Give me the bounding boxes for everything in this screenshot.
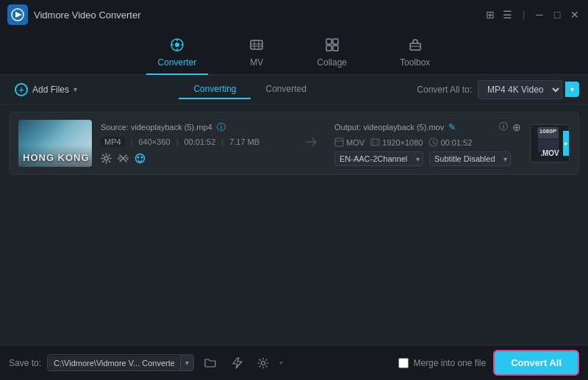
source-line: Source: videoplayback (5).mp4 ⓘ [101,121,287,134]
nav-tab-converter[interactable]: Converter [146,32,209,75]
grid-icon[interactable]: ⊞ [484,9,496,21]
output-format-value: MOV [346,138,365,147]
thumbnail-text: HONG KONG [23,152,90,163]
output-info-icon[interactable]: ⓘ [499,121,508,133]
app-title: Vidmore Video Converter [34,10,484,21]
format-badge[interactable]: 1080P .mov ▸ [530,124,570,162]
tab-converted[interactable]: Converted [251,80,320,99]
svg-rect-16 [326,46,331,51]
add-icon: + [15,83,28,96]
format-select[interactable]: MP4 4K Video [478,80,562,99]
svg-rect-15 [333,39,338,44]
subtitle-select[interactable]: Subtitle Disabled [429,151,511,166]
convert-all-to-label: Convert All to: [417,85,472,95]
nav-tab-mv-label: MV [250,57,263,68]
nav-tab-toolbox[interactable]: Toolbox [388,32,442,75]
meta-line: MP4 | 640×360 | 00:01:52 | 7.17 MB [101,137,287,147]
bottom-right: Merge into one file Convert All [398,350,579,376]
output-resolution-value: 1920×1080 [382,138,423,147]
format-badge-chevron: ▸ [563,131,570,156]
add-files-label: Add Files [32,85,69,95]
svg-line-35 [434,143,436,144]
add-files-dropdown-arrow: ▾ [74,85,77,93]
output-plus-icon[interactable]: ⊕ [512,121,521,133]
folder-icon-button[interactable] [200,354,220,372]
arrow-section [296,133,326,154]
svg-point-23 [118,157,121,159]
file-item: HONG KONG Source: videoplayback (5).mp4 … [9,112,579,175]
format-badge-resolution-label: 1080P [537,127,559,135]
settings-icon-button[interactable] [253,354,273,372]
toolbar: + Add Files ▾ Converting Converted Conve… [0,75,588,104]
nav-tab-converter-label: Converter [158,57,197,68]
file-info: Source: videoplayback (5).mp4 ⓘ MP4 | 64… [101,121,287,166]
effect-icon[interactable] [135,153,146,166]
output-duration-value: 00:01:52 [440,138,472,147]
format-dropdown-button[interactable]: ▾ [565,82,579,97]
main-content: HONG KONG Source: videoplayback (5).mp4 … [0,104,588,345]
thumbnail: HONG KONG [18,120,92,167]
svg-rect-28 [335,138,343,146]
output-edit-icon[interactable]: ✎ [448,122,456,132]
bottom-bar: Save to: ▾ ▾ Merge into one file Convert… [0,345,588,380]
add-files-button[interactable]: + Add Files ▾ [9,80,83,99]
nav-bar: Converter MV Collage [0,29,588,75]
file-size: 7.17 MB [229,137,259,146]
output-meta-line: MOV 1920×1080 00:01:52 [334,137,521,147]
nav-tab-collage-label: Collage [317,57,347,68]
svg-rect-30 [371,139,379,146]
title-bar: Vidmore Video Converter ⊞ ☰ | ─ □ ✕ [0,0,588,29]
output-label: Output: videoplayback (5).mov [334,123,444,132]
output-duration-item: 00:01:52 [429,137,472,147]
maximize-button[interactable]: □ [551,9,563,21]
svg-rect-14 [326,39,331,44]
mv-icon [249,37,264,54]
output-line: Output: videoplayback (5).mov ✎ ⓘ ⊕ [334,121,521,133]
lightning-icon-button[interactable] [226,354,247,372]
format-select-wrapper: MP4 4K Video ▾ [478,80,579,99]
svg-point-39 [262,361,265,365]
save-path-input[interactable] [48,356,180,370]
output-section: Output: videoplayback (5).mov ✎ ⓘ ⊕ MOV [334,121,521,166]
resolution: 640×360 [138,137,170,146]
source-info-icon[interactable]: ⓘ [217,121,226,134]
tab-converting[interactable]: Converting [179,80,251,99]
merge-checkbox[interactable] [398,358,409,368]
svg-rect-9 [251,40,262,49]
minimize-button[interactable]: ─ [534,9,545,21]
save-to-label: Save to: [9,358,41,368]
svg-rect-17 [333,46,338,51]
format-tag: MP4 [101,137,125,147]
toolbar-tabs: Converting Converted [89,80,411,99]
close-button[interactable]: ✕ [569,9,581,21]
output-selects: EN-AAC-2Channel Subtitle Disabled [334,151,521,166]
nav-tab-collage[interactable]: Collage [305,32,359,75]
merge-checkbox-wrapper[interactable]: Merge into one file [398,358,486,368]
collage-icon [325,37,340,54]
menu-icon[interactable]: ☰ [502,9,514,21]
output-format-item: MOV [334,137,365,147]
trim-icon[interactable] [118,153,129,166]
thumbnail-content: HONG KONG [23,152,90,163]
source-label: Source: videoplayback (5).mp4 [101,123,212,132]
svg-point-20 [104,157,108,160]
svg-point-26 [137,156,140,158]
nav-tab-mv[interactable]: MV [237,32,276,75]
subtitle-select-wrapper: Subtitle Disabled [429,151,511,166]
action-icons [101,153,287,166]
app-logo [7,4,28,25]
audio-select[interactable]: EN-AAC-2Channel [334,151,423,166]
converter-icon [170,37,184,54]
svg-point-27 [141,156,143,158]
svg-point-4 [175,43,179,47]
svg-point-24 [126,157,129,159]
audio-select-wrapper: EN-AAC-2Channel [334,151,423,166]
nav-tab-toolbox-label: Toolbox [400,57,430,68]
save-path-wrapper: ▾ [47,354,194,371]
save-path-dropdown-button[interactable]: ▾ [180,355,193,370]
convert-all-button[interactable]: Convert All [493,350,579,376]
output-resolution-item: 1920×1080 [370,137,423,147]
merge-label: Merge into one file [413,358,486,368]
settings-icon[interactable] [101,153,112,166]
toolbox-icon [408,37,423,54]
